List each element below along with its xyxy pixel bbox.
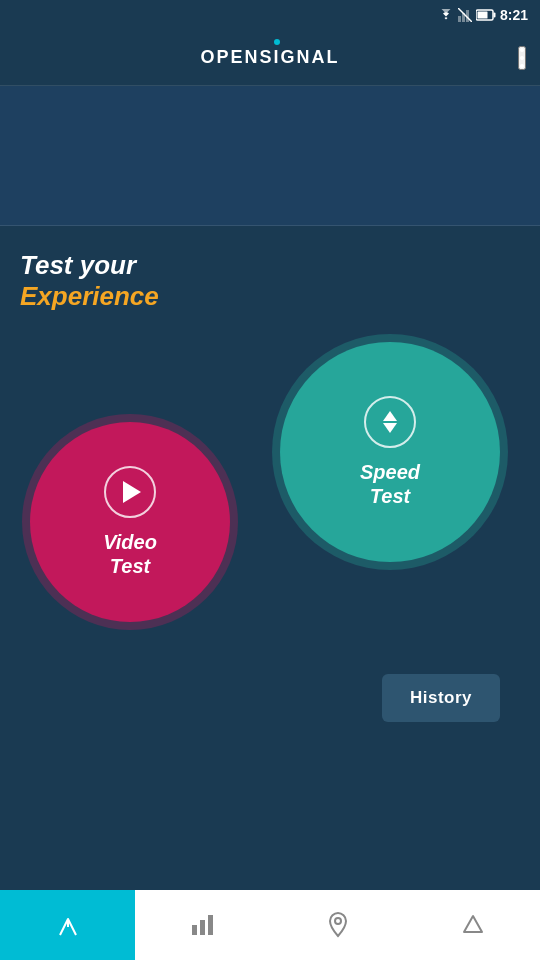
arrow-down-icon	[383, 423, 397, 433]
nav-item-location[interactable]	[270, 890, 405, 960]
logo-i: I	[274, 47, 281, 68]
video-test-button[interactable]: VideoTest	[30, 422, 230, 622]
svg-rect-5	[493, 13, 495, 18]
video-test-label: VideoTest	[103, 530, 157, 578]
svg-rect-10	[208, 915, 213, 935]
svg-rect-8	[192, 925, 197, 935]
status-icons: 8:21	[438, 7, 528, 23]
svg-rect-9	[200, 920, 205, 935]
bottom-nav	[0, 890, 540, 960]
more-menu-button[interactable]	[518, 46, 526, 70]
heading-line2: Experience	[20, 281, 520, 312]
map-area	[0, 86, 540, 226]
location-nav-icon	[327, 912, 349, 938]
svg-rect-6	[477, 12, 487, 19]
signal-icon	[458, 8, 472, 22]
svg-point-11	[335, 918, 341, 924]
status-time: 8:21	[500, 7, 528, 23]
speed-nav-icon	[54, 913, 82, 937]
nav-item-network[interactable]	[405, 890, 540, 960]
battery-icon	[476, 9, 496, 21]
app-logo: OPENS I GNAL	[200, 47, 339, 68]
heading-container: Test your Experience	[20, 250, 520, 312]
svg-rect-0	[458, 16, 461, 22]
arrow-up-icon	[383, 411, 397, 421]
logo-text2: GNAL	[281, 47, 340, 68]
speed-test-icon-circle	[364, 396, 416, 448]
speed-test-label: SpeedTest	[360, 460, 420, 508]
speed-arrows-icon	[383, 411, 397, 433]
wifi-icon	[438, 9, 454, 21]
logo-signal-dot	[274, 39, 280, 45]
network-nav-icon	[460, 912, 486, 938]
nav-item-speed[interactable]	[0, 890, 135, 960]
stats-nav-icon	[190, 913, 216, 937]
speed-test-button[interactable]: SpeedTest	[280, 342, 500, 562]
circles-area: SpeedTest VideoTest History	[20, 342, 520, 742]
history-button[interactable]: History	[382, 674, 500, 722]
video-test-icon-circle	[104, 466, 156, 518]
logo-text: OPENS	[200, 47, 273, 68]
main-content: Test your Experience SpeedTest VideoTest	[0, 226, 540, 890]
top-bar: OPENS I GNAL	[0, 30, 540, 86]
play-icon	[123, 481, 141, 503]
status-bar: 8:21	[0, 0, 540, 30]
heading-line1: Test your	[20, 250, 520, 281]
nav-item-stats[interactable]	[135, 890, 270, 960]
